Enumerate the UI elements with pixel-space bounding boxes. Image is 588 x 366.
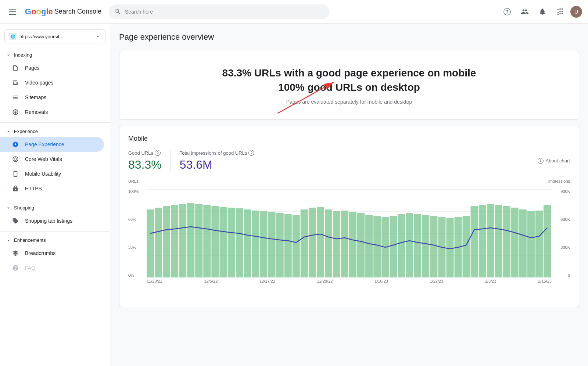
summary-card: 83.3% URLs with a good page experience o… xyxy=(119,51,579,120)
apps-button[interactable] xyxy=(553,4,567,19)
sidebar-item-mobile-usability[interactable]: Mobile Usability xyxy=(0,166,104,181)
impressions-label: Total impressions of good URLs ? xyxy=(180,150,255,156)
user-settings-button[interactable] xyxy=(517,4,532,19)
app-title: Search Console xyxy=(54,8,101,15)
search-input[interactable] xyxy=(125,9,323,15)
svg-rect-33 xyxy=(333,211,340,277)
svg-rect-32 xyxy=(325,209,332,277)
header: Google Search Console ? U xyxy=(0,0,588,24)
chart-section-title: Mobile xyxy=(128,135,570,143)
impressions-info-icon[interactable]: ? xyxy=(248,150,254,156)
site-favicon: 🌐 xyxy=(9,33,17,40)
chevron-down-icon xyxy=(6,53,11,58)
sidebar-item-breadcrumbs[interactable]: Breadcrumbs xyxy=(0,246,104,261)
sidebar-item-shopping-tab-label: Shopping tab listings xyxy=(25,218,72,224)
notifications-button[interactable] xyxy=(535,4,550,19)
sidebar-item-pages-label: Pages xyxy=(25,65,40,71)
chevron-down-icon xyxy=(6,205,11,211)
shopping-icon xyxy=(12,217,19,225)
header-actions: ? U xyxy=(500,4,582,19)
pages-icon xyxy=(12,64,19,72)
good-urls-info-icon[interactable]: ? xyxy=(155,150,161,156)
section-experience-label: Experience xyxy=(14,129,38,134)
https-icon xyxy=(12,185,19,192)
sidebar-item-page-experience-label: Page Experience xyxy=(25,141,64,147)
svg-rect-42 xyxy=(406,213,413,277)
chart-y-label-left: URLs xyxy=(128,179,139,183)
chart-card: Mobile Good URLs ? 83.3% Total impressio… xyxy=(119,126,579,307)
y-axis-left: 100% 66% 33% 0% xyxy=(128,189,139,277)
svg-rect-15 xyxy=(187,203,194,277)
svg-rect-17 xyxy=(203,205,211,277)
avatar[interactable]: U xyxy=(570,6,582,18)
svg-rect-51 xyxy=(479,205,486,277)
sidebar-item-https-label: HTTPS xyxy=(25,186,42,191)
svg-rect-53 xyxy=(495,205,502,277)
sidebar-item-shopping-tab[interactable]: Shopping tab listings xyxy=(0,214,104,228)
sidebar-item-faq[interactable]: FAQ xyxy=(0,261,104,275)
headline-line1: 83.3% URLs with a good page experience o… xyxy=(222,67,476,79)
svg-rect-34 xyxy=(341,211,348,277)
sidebar-item-page-experience[interactable]: Page Experience xyxy=(0,137,104,152)
chart-y-label-right: Impressions xyxy=(548,179,570,183)
page-title: Page experience overview xyxy=(119,32,579,42)
page-experience-icon xyxy=(12,141,19,148)
impressions-value: 53.6M xyxy=(180,158,255,172)
svg-rect-52 xyxy=(487,204,494,277)
sidebar-item-sitemaps[interactable]: Sitemaps xyxy=(0,90,104,105)
summary-headline: 83.3% URLs with a good page experience o… xyxy=(128,66,570,94)
svg-rect-14 xyxy=(179,204,186,277)
svg-rect-36 xyxy=(357,213,365,277)
svg-rect-43 xyxy=(414,214,421,277)
search-bar[interactable] xyxy=(109,4,329,19)
svg-rect-30 xyxy=(309,208,316,277)
section-shopping-label: Shopping xyxy=(14,205,34,211)
chevron-down-icon xyxy=(6,129,11,134)
section-indexing[interactable]: Indexing xyxy=(0,49,110,61)
x-axis-labels: 11/23/22 12/5/22 12/17/22 12/29/22 1/10/… xyxy=(147,279,552,283)
svg-rect-47 xyxy=(446,218,453,277)
section-enhancements-label: Enhancements xyxy=(14,237,46,243)
sidebar-item-pages[interactable]: Pages xyxy=(0,61,104,75)
svg-rect-28 xyxy=(293,215,300,277)
sidebar-item-mobile-usability-label: Mobile Usability xyxy=(25,171,61,177)
good-urls-label: Good URLs ? xyxy=(128,150,162,156)
site-selector[interactable]: 🌐 https://www.yoursit... xyxy=(4,29,105,43)
svg-rect-26 xyxy=(276,213,284,277)
chart-area: URLs Impressions xyxy=(128,180,570,298)
svg-rect-41 xyxy=(398,214,405,277)
svg-rect-44 xyxy=(422,215,429,277)
faq-icon xyxy=(12,264,19,272)
sidebar-item-core-web-vitals[interactable]: Core Web Vitals xyxy=(0,152,104,166)
svg-rect-10 xyxy=(147,209,154,277)
metrics-row: Good URLs ? 83.3% Total impressions of g… xyxy=(128,150,570,172)
svg-rect-55 xyxy=(511,208,519,277)
section-experience[interactable]: Experience xyxy=(0,126,110,137)
hamburger-menu[interactable] xyxy=(6,6,19,18)
sidebar-item-video-pages[interactable]: Video pages xyxy=(0,75,104,90)
sidebar-item-breadcrumbs-label: Breadcrumbs xyxy=(25,250,55,256)
svg-rect-49 xyxy=(463,216,470,277)
main-content: Page experience overview 83.3% URLs with… xyxy=(110,24,588,366)
sidebar-item-removals[interactable]: Removals xyxy=(0,105,104,119)
svg-rect-58 xyxy=(535,211,543,277)
video-pages-icon xyxy=(12,79,19,86)
svg-rect-40 xyxy=(390,216,397,277)
svg-rect-13 xyxy=(171,205,178,277)
svg-rect-21 xyxy=(236,208,243,277)
mobile-usability-icon xyxy=(12,170,19,177)
section-shopping[interactable]: Shopping xyxy=(0,202,110,214)
sidebar-item-core-web-vitals-label: Core Web Vitals xyxy=(25,156,62,162)
divider-2 xyxy=(0,199,110,199)
svg-rect-37 xyxy=(365,215,373,277)
help-button[interactable]: ? xyxy=(500,4,514,19)
headline-line2: 100% good URLs on desktop xyxy=(278,82,420,93)
section-enhancements[interactable]: Enhancements xyxy=(0,234,110,246)
about-chart-button[interactable]: i About chart xyxy=(538,158,570,164)
y-axis-right: 900K 600K 300K 0 xyxy=(560,189,570,277)
good-urls-metric: Good URLs ? 83.3% xyxy=(128,150,171,172)
sidebar-item-https[interactable]: HTTPS xyxy=(0,181,104,196)
svg-rect-12 xyxy=(163,206,170,277)
core-web-vitals-icon xyxy=(12,155,19,163)
summary-subtitle: Pages are evaluated separately for mobil… xyxy=(128,99,570,105)
